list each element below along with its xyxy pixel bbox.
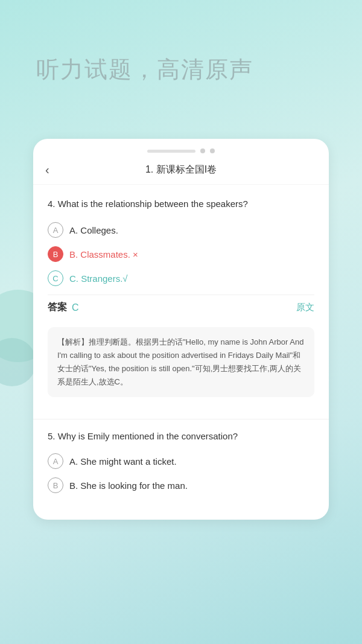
option-b-row[interactable]: B B. Classmates. × bbox=[48, 246, 314, 262]
question4-text: 4. What is the relationship between the … bbox=[48, 197, 314, 211]
question5-text: 5. Why is Emily mentioned in the convers… bbox=[48, 429, 314, 444]
phone-card: ‹ 1. 新课标全国I卷 4. What is the relationship… bbox=[33, 139, 329, 520]
phone-notch bbox=[147, 150, 195, 153]
option-a-row[interactable]: A A. Colleges. bbox=[48, 222, 314, 238]
option-c-text: C. Strangers.√ bbox=[69, 273, 128, 284]
answer-value: C bbox=[72, 302, 79, 313]
q5-option-b-circle: B bbox=[48, 477, 63, 493]
option-a-circle: A bbox=[48, 222, 63, 238]
page-title: 听力试题，高清原声 bbox=[36, 54, 253, 85]
q5-option-b-text: B. She is looking for the man. bbox=[69, 480, 188, 491]
q5-option-b-row[interactable]: B B. She is looking for the man. bbox=[48, 477, 314, 493]
option-c-circle: C bbox=[48, 270, 63, 286]
back-button[interactable]: ‹ bbox=[45, 163, 49, 177]
phone-top-bar bbox=[33, 139, 329, 158]
q5-option-a-circle: A bbox=[48, 453, 63, 469]
content-area: 4. What is the relationship between the … bbox=[33, 185, 329, 409]
option-b-text: B. Classmates. × bbox=[69, 249, 138, 260]
answer-left: 答案 C bbox=[48, 301, 79, 314]
option-b-circle: B bbox=[48, 246, 63, 262]
answer-row: 答案 C 原文 bbox=[48, 295, 314, 320]
question5-section: 5. Why is Emily mentioned in the convers… bbox=[33, 429, 329, 508]
analysis-box: 【解析】推理判断题。根据男士的话"Hello, my name is John … bbox=[48, 327, 314, 397]
q5-option-a-text: A. She might want a ticket. bbox=[69, 456, 177, 467]
option-c-row[interactable]: C C. Strangers.√ bbox=[48, 270, 314, 286]
phone-dot-2 bbox=[210, 148, 215, 153]
phone-dot-1 bbox=[200, 148, 205, 153]
answer-label: 答案 bbox=[48, 301, 67, 314]
nav-bar: ‹ 1. 新课标全国I卷 bbox=[33, 158, 329, 185]
original-link[interactable]: 原文 bbox=[296, 302, 314, 313]
analysis-text: 【解析】推理判断题。根据男士的话"Hello, my name is John … bbox=[57, 337, 303, 386]
nav-title: 1. 新课标全国I卷 bbox=[145, 164, 217, 176]
option-a-text: A. Colleges. bbox=[69, 225, 118, 235]
section-divider bbox=[33, 419, 329, 419]
q5-option-a-row[interactable]: A A. She might want a ticket. bbox=[48, 453, 314, 469]
